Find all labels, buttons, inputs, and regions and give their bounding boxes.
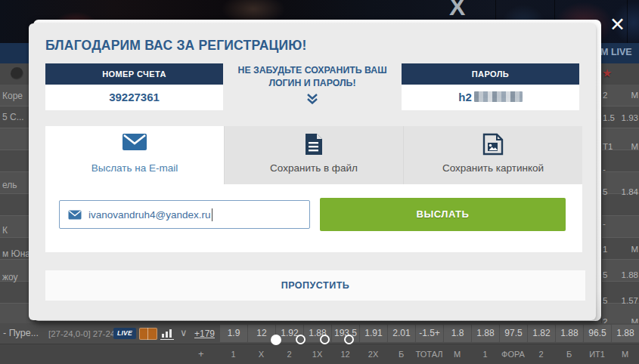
odds-value-cell[interactable]: 1.9 [219, 325, 247, 342]
market-header-cell: Б [387, 344, 415, 364]
carousel-dot[interactable] [320, 335, 330, 344]
password-visible-part: h2 [458, 91, 472, 103]
market-header-cell: М [611, 344, 639, 364]
account-number-box: НОМЕР СЧЕТА 39227361 [45, 63, 223, 110]
odds-fragment: - [603, 219, 606, 228]
more-markets-link[interactable]: +179 [194, 329, 215, 339]
table-text-fragment: ель [2, 180, 17, 190]
tab-save-image[interactable]: Сохранить картинкой [403, 126, 582, 184]
envelope-icon [68, 210, 82, 220]
account-number-value: 39227361 [45, 85, 223, 110]
odds-fragment: М [631, 245, 638, 254]
reminder-line1: НЕ ЗАБУДЬТЕ СОХРАНИТЬ ВАШ [223, 64, 402, 77]
market-header-cell: 2 [275, 344, 303, 364]
chevron-down-icon[interactable]: ∨ [180, 327, 188, 338]
basketball-court-icon[interactable] [139, 328, 157, 340]
favorites-star-icon[interactable]: ★ [602, 66, 612, 80]
market-header-cell: 1X [303, 344, 331, 364]
file-icon [225, 133, 403, 159]
odds-fragment: 5 [603, 270, 607, 279]
image-icon [404, 133, 582, 159]
password-value: h2 [402, 85, 579, 110]
table-text-fragment: 5 С... [2, 112, 24, 122]
table-row-fragment: Т1 М [603, 142, 638, 151]
odds-value-cell[interactable]: 1.88 [555, 325, 583, 342]
odds-fragment: 5 [603, 187, 607, 196]
tab-save-file[interactable]: Сохранить в файл [224, 126, 403, 184]
odds-value-cell[interactable]: 97.5 [499, 325, 527, 342]
market-header-cell: ТОТАЛ [415, 344, 443, 364]
market-header-plus: + [198, 348, 204, 359]
table-row-fragment: 5 1.88 [603, 270, 638, 279]
market-header-cell: 1 [471, 344, 499, 364]
credentials-row: НОМЕР СЧЕТА 39227361 НЕ ЗАБУДЬТЕ СОХРАНИ… [45, 63, 579, 110]
save-options-panel: Выслать на E-mail Сохранить в файл [45, 126, 582, 252]
odds-fragment: 1.93 [622, 113, 638, 122]
odds-fragment: 1.5 [603, 113, 615, 122]
envelope-icon [45, 133, 224, 154]
market-headers-row: + 1X21X122XБТОТАЛМ1ФОРА2БИТ1М [0, 344, 639, 364]
odds-fragment: 1.88 [622, 270, 638, 279]
send-button[interactable]: ВЫСЛАТЬ [320, 198, 566, 231]
odds-fragment: 1.57 [622, 296, 638, 305]
table-row-fragment: - [603, 165, 638, 174]
reminder-line2: ЛОГИН И ПАРОЛЬ! [223, 77, 402, 90]
market-header-cell: 2X [359, 344, 387, 364]
market-header-cell: 12 [331, 344, 359, 364]
odds-value-cell[interactable]: 2.01 [387, 325, 415, 342]
odds-value-cell[interactable]: 1.88 [471, 325, 499, 342]
modal-title: БЛАГОДАРИМ ВАС ЗА РЕГИСТРАЦИЮ! [45, 38, 307, 54]
password-pixelated-mask [474, 91, 523, 102]
email-input-value: ivanovandruh4@yandex.ru [88, 209, 211, 221]
odds-fragment: - [603, 165, 606, 174]
tab-label: Сохранить картинкой [404, 162, 582, 174]
close-icon[interactable]: ✕ [610, 15, 625, 34]
text-cursor [212, 208, 212, 221]
sport-icon[interactable] [11, 67, 23, 80]
tab-send-email[interactable]: Выслать на E-mail [45, 126, 224, 184]
table-row-fragment: 1 М [603, 245, 638, 254]
market-header-cell: ФОРА [499, 344, 527, 364]
team-name[interactable]: - Пуре... [3, 328, 39, 338]
banner-graphic-x: X [449, 0, 465, 21]
account-number-header: НОМЕР СЧЕТА [45, 63, 223, 85]
market-header-cell: 1 [219, 344, 247, 364]
tab-label: Сохранить в файл [225, 162, 403, 174]
email-input[interactable]: ivanovandruh4@yandex.ru [59, 200, 310, 229]
statistics-chart-icon[interactable] [160, 328, 174, 340]
password-box: ПАРОЛЬ h2 [402, 63, 579, 110]
double-chevron-down-icon [306, 93, 319, 104]
odds-value-cell[interactable]: 1.88 [611, 325, 639, 342]
nav-live-link[interactable]: М LIVE [600, 47, 632, 57]
save-options-tabs: Выслать на E-mail Сохранить в файл [45, 126, 582, 184]
table-row-fragment: 2 М [603, 91, 638, 100]
odds-fragment: 5 [603, 296, 607, 305]
banner-divider [627, 0, 628, 43]
odds-value-cell[interactable]: 1.82 [527, 325, 555, 342]
skip-button[interactable]: ПРОПУСТИТЬ [45, 270, 585, 301]
table-row-fragment: 1.5 1.93 [603, 113, 638, 122]
market-header-cell: Б [555, 344, 583, 364]
odds-value-cell[interactable]: 1.91 [359, 325, 387, 342]
password-header: ПАРОЛЬ [402, 63, 579, 85]
market-header-cell: ИТ1 [583, 344, 611, 364]
odds-value-cell[interactable]: -1.5+ [415, 325, 443, 342]
registration-success-modal: БЛАГОДАРИМ ВАС ЗА РЕГИСТРАЦИЮ! НОМЕР СЧЕ… [29, 23, 596, 320]
email-send-row: ivanovandruh4@yandex.ru ВЫСЛАТЬ [45, 184, 582, 252]
table-text-fragment: К [2, 225, 8, 236]
table-text-fragment: м Юна [2, 248, 30, 259]
table-text-fragment: жоу [2, 272, 18, 282]
market-header-cell: 2 [527, 344, 555, 364]
odds-value-cell[interactable]: 96.5 [583, 325, 611, 342]
carousel-dot[interactable] [344, 335, 354, 344]
tab-label: Выслать на E-mail [45, 162, 224, 174]
table-row-fragment: 5 1.57 [603, 296, 638, 305]
match-score: [27-24,0-0] 27-24 [48, 329, 115, 338]
odds-fragment: М [631, 91, 638, 100]
carousel-dot[interactable] [296, 335, 306, 344]
carousel-dot[interactable] [271, 335, 281, 345]
odds-fragment: 1 [603, 245, 607, 254]
market-header-cell: М [443, 344, 471, 364]
odds-fragment: М [631, 142, 638, 151]
odds-value-cell[interactable]: 1.8 [443, 325, 471, 342]
